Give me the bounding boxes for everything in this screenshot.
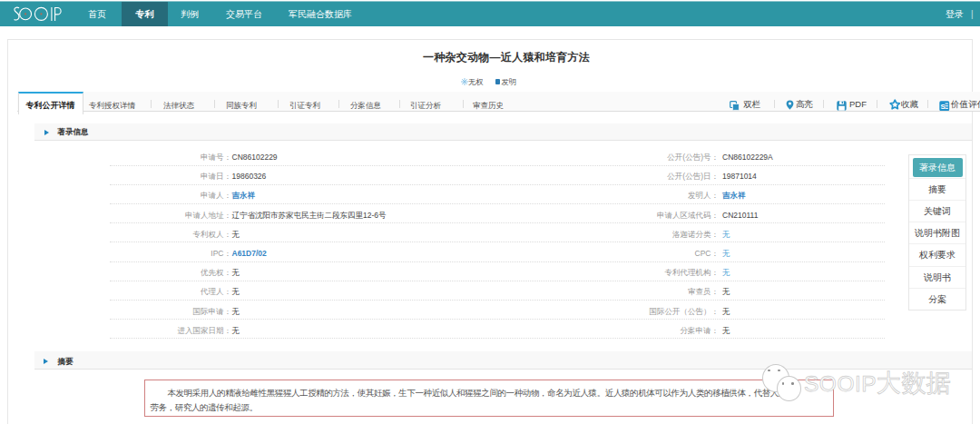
svg-text:S: S [940, 102, 946, 110]
